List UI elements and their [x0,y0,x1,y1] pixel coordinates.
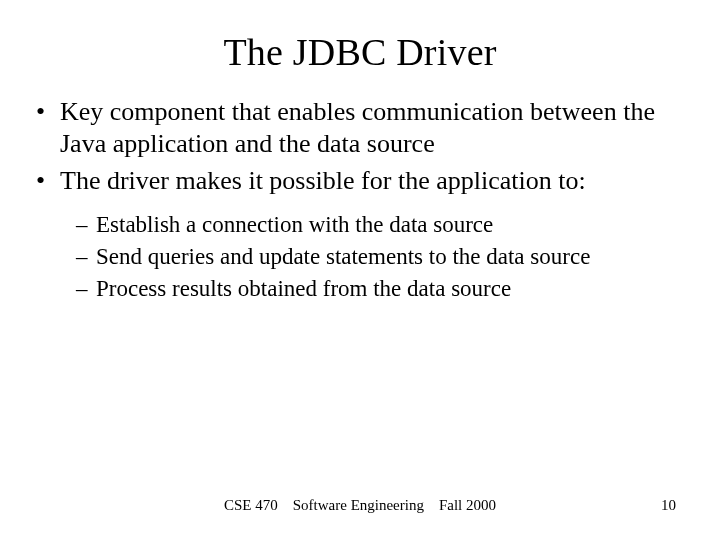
sub-bullet-item: Establish a connection with the data sou… [76,211,684,239]
sub-bullet-list: Establish a connection with the data sou… [76,211,684,303]
bullet-text: Key component that enables communication… [60,97,655,158]
bullet-text: The driver makes it possible for the app… [60,166,586,195]
sub-bullet-text: Process results obtained from the data s… [96,276,511,301]
bullet-item: The driver makes it possible for the app… [36,165,684,303]
slide-footer: CSE 470 Software Engineering Fall 2000 [0,497,720,514]
sub-bullet-item: Process results obtained from the data s… [76,275,684,303]
page-number: 10 [661,497,676,514]
slide: The JDBC Driver Key component that enabl… [0,0,720,540]
sub-bullet-text: Establish a connection with the data sou… [96,212,493,237]
bullet-item: Key component that enables communication… [36,96,684,159]
sub-bullet-text: Send queries and update statements to th… [96,244,590,269]
bullet-list: Key component that enables communication… [36,96,684,303]
sub-bullet-item: Send queries and update statements to th… [76,243,684,271]
slide-title: The JDBC Driver [36,30,684,74]
